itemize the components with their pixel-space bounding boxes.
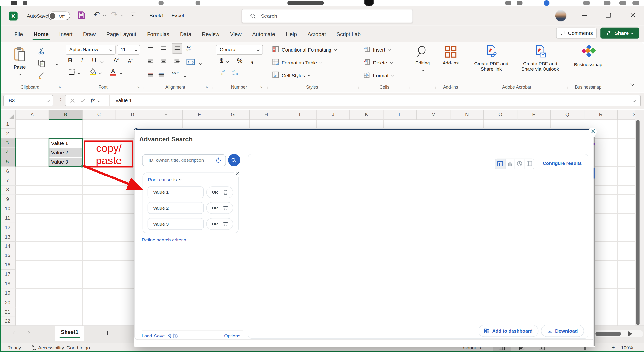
row-header-5[interactable]: 5 (0, 157, 16, 167)
row-header-6[interactable]: 6 (0, 167, 16, 176)
filter-value-input-2[interactable]: Value 2 (147, 202, 204, 214)
ribbon-item-delete[interactable]: Delete (363, 57, 392, 68)
status-accessibility[interactable]: Accessibility: Good to go (38, 345, 90, 350)
tab-page-layout[interactable]: Page Layout (101, 28, 142, 40)
search-box[interactable]: Search (242, 9, 413, 23)
align-top-icon[interactable] (148, 47, 153, 49)
horizontal-scrollbar-thumb[interactable] (596, 332, 621, 336)
scroll-right-arrow-icon[interactable] (628, 331, 633, 336)
align-center-icon[interactable] (161, 59, 166, 65)
fx-chevron-icon[interactable] (97, 99, 100, 102)
column-header-D[interactable]: D (116, 110, 150, 120)
underline-chevron-icon[interactable] (101, 60, 104, 63)
tab-data[interactable]: Data (174, 28, 196, 40)
row-header-9[interactable]: 9 (0, 195, 16, 204)
number-dialog-launcher-icon[interactable]: ↘ (259, 84, 263, 89)
column-header-Q[interactable]: Q (551, 110, 584, 120)
row-header-4[interactable]: 4 (0, 148, 16, 157)
row-header-19[interactable]: 19 (0, 289, 16, 298)
collapse-ribbon-chevron-icon[interactable] (630, 82, 634, 86)
font-size-combo[interactable]: 11 (117, 45, 140, 55)
column-header-O[interactable]: O (484, 110, 518, 120)
underline-button[interactable]: U (92, 57, 96, 64)
prev-sheet-icon[interactable] (12, 331, 16, 334)
vertical-scrollbar-thumb[interactable] (636, 120, 639, 325)
table-view-icon[interactable] (496, 158, 505, 169)
ribbon-item-format-as-table[interactable]: Format as Table (272, 57, 322, 68)
cell-B3[interactable]: Value 1 (50, 139, 82, 148)
sheet-tab-active[interactable]: Sheet1 (55, 326, 84, 341)
percent-icon[interactable]: % (237, 57, 242, 64)
save-icon[interactable] (78, 11, 85, 19)
fill-color-chevron-icon[interactable] (99, 71, 102, 74)
align-right-icon[interactable] (174, 59, 180, 65)
column-header-K[interactable]: K (350, 110, 384, 120)
fx-icon[interactable]: fx (91, 97, 95, 104)
ribbon-item-conditional-formatting[interactable]: Conditional Formatting (272, 45, 336, 55)
column-header-N[interactable]: N (450, 110, 484, 120)
next-sheet-icon[interactable] (26, 331, 30, 334)
add-sheet-button[interactable]: + (105, 328, 110, 338)
row-header-14[interactable]: 14 (0, 242, 16, 251)
row-header-8[interactable]: 8 (0, 185, 16, 195)
alignment-dialog-launcher-icon[interactable]: ↘ (205, 84, 208, 89)
dialog-search-button[interactable] (228, 154, 240, 166)
bold-button[interactable]: B (68, 57, 72, 64)
column-header-C[interactable]: C (82, 110, 116, 120)
undo-search-icon[interactable] (166, 334, 172, 339)
zoom-in-button[interactable]: + (612, 344, 615, 351)
wrap-text-icon[interactable]: abc↩ (186, 45, 191, 51)
font-dialog-launcher-icon[interactable]: ↘ (136, 84, 140, 89)
tab-acrobat[interactable]: Acrobat (302, 28, 331, 40)
row-header-3[interactable]: 3 (0, 138, 16, 148)
businessmap-button-label[interactable]: Businessmap (568, 62, 608, 67)
decrease-decimal-icon[interactable]: .00→.0 (232, 69, 238, 75)
or-toggle-button[interactable]: OR (212, 206, 218, 210)
merge-center-icon[interactable] (186, 59, 194, 65)
filter-value-input-1[interactable]: Value 1 (147, 186, 204, 198)
tab-insert[interactable]: Insert (54, 28, 78, 40)
font-name-combo[interactable]: Aptos Narrow (66, 45, 116, 55)
column-header-B[interactable]: B (49, 110, 82, 120)
cell-B5[interactable]: Value 3 (50, 158, 82, 166)
ribbon-item-format[interactable]: Format (363, 70, 394, 81)
businessmap-icon[interactable] (580, 45, 596, 59)
number-format-combo[interactable]: General (216, 45, 263, 55)
column-header-G[interactable]: G (216, 110, 250, 120)
column-header-F[interactable]: F (183, 110, 216, 120)
increase-decimal-icon[interactable]: ←.0.00 (219, 69, 224, 75)
tab-draw[interactable]: Draw (78, 28, 101, 40)
undo-icon[interactable]: ↶ (93, 9, 100, 19)
borders-icon[interactable] (69, 69, 74, 75)
dialog-close-icon[interactable] (591, 129, 596, 133)
dialog-scrollbar-thumb[interactable] (594, 168, 595, 178)
tab-file[interactable]: File (9, 28, 28, 40)
filter-field-row[interactable]: Root cause is (148, 177, 181, 182)
column-header-M[interactable]: M (417, 110, 450, 120)
row-header-20[interactable]: 20 (0, 298, 16, 307)
column-header-I[interactable]: I (283, 110, 317, 120)
row-header-11[interactable]: 11 (0, 213, 16, 223)
zoom-level[interactable]: 100% (621, 345, 633, 350)
name-box[interactable]: B3 (3, 95, 53, 106)
tab-script-lab[interactable]: Script Lab (331, 28, 366, 40)
column-header-J[interactable]: J (317, 110, 350, 120)
align-left-icon[interactable] (148, 59, 153, 65)
or-toggle-button[interactable]: OR (212, 190, 218, 194)
history-stopwatch-icon[interactable] (216, 157, 221, 163)
name-box-drag-dots-icon[interactable]: ⋮ (58, 97, 63, 103)
addins-icon[interactable] (444, 45, 456, 58)
selection-fill-handle[interactable] (81, 165, 84, 168)
align-middle-icon[interactable] (161, 46, 166, 50)
filter-field-chevron-icon[interactable] (179, 178, 182, 181)
save-link[interactable]: Save (154, 333, 165, 338)
row-header-22[interactable]: 22 (0, 317, 16, 326)
row-header-10[interactable]: 10 (0, 204, 16, 213)
trash-icon[interactable] (223, 221, 228, 227)
tab-help[interactable]: Help (280, 28, 302, 40)
column-header-P[interactable]: P (518, 110, 551, 120)
copy-chevron-icon[interactable] (56, 62, 58, 65)
column-header-S[interactable]: S (618, 110, 636, 120)
maximize-button[interactable] (606, 13, 611, 18)
orientation-chevron-icon[interactable] (184, 74, 186, 77)
